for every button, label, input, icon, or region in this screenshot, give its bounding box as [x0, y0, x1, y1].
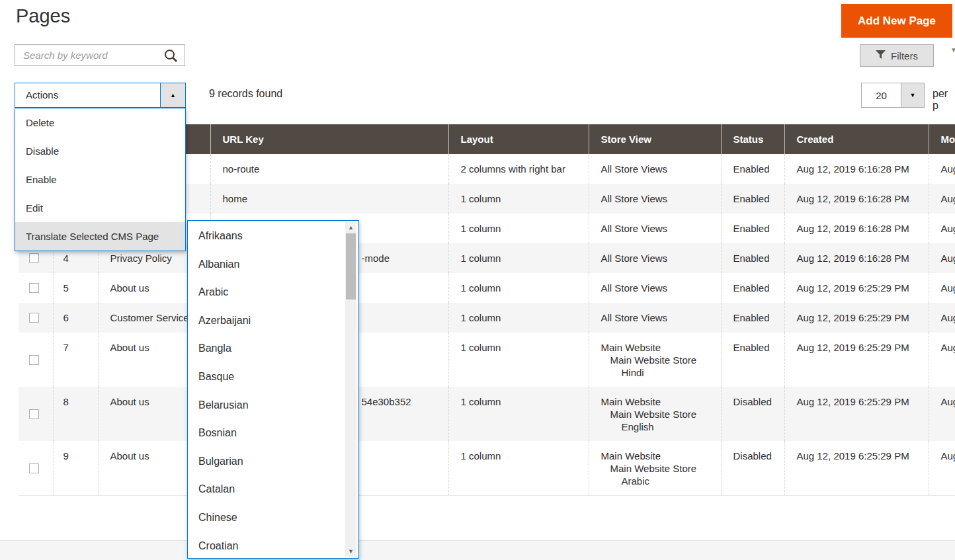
store-view-line: Main Website Store	[601, 354, 714, 366]
store-view-cell: Main WebsiteMain Website StoreEnglish	[589, 387, 721, 441]
store-view-cell: Main WebsiteMain Website StoreArabic	[589, 441, 721, 496]
column-header[interactable]: Mo	[929, 124, 955, 154]
actions-menu-item[interactable]: Enable	[15, 165, 185, 194]
created-cell: Aug 12, 2019 6:16:28 PM	[784, 214, 929, 243]
actions-menu-item[interactable]: Edit	[15, 194, 185, 222]
language-menu-item[interactable]: Chinese	[188, 504, 343, 532]
store-view-cell: Main WebsiteMain Website StoreHindi	[589, 333, 721, 387]
language-menu-item[interactable]: Catalan	[188, 475, 343, 504]
column-header[interactable]: Store View	[589, 124, 721, 154]
column-header[interactable]: Created	[784, 124, 929, 154]
actions-menu-item[interactable]: Delete	[15, 108, 185, 137]
modified-cell: Aug	[929, 273, 955, 303]
checkbox-cell	[19, 441, 53, 496]
row-checkbox[interactable]	[29, 283, 39, 293]
status-cell: Disabled	[721, 387, 784, 441]
row-checkbox[interactable]	[29, 463, 39, 473]
created-cell: Aug 12, 2019 6:16:28 PM	[784, 154, 929, 184]
store-view-cell: All Store Views	[589, 273, 721, 303]
search-icon[interactable]	[163, 48, 178, 63]
language-menu-item[interactable]: Albanian	[188, 251, 343, 279]
table-row: 9About us1 columnMain WebsiteMain Websit…	[19, 441, 955, 496]
created-cell: Aug 12, 2019 6:25:29 PM	[784, 387, 929, 441]
language-scrollbar[interactable]: ▲ ▼	[345, 222, 356, 557]
id-cell: 8	[53, 387, 98, 441]
language-menu-item[interactable]: Arabic	[188, 278, 343, 307]
language-menu-item[interactable]: Azerbaijani	[188, 307, 343, 335]
store-view-line: Main Website	[601, 395, 714, 408]
language-menu-item[interactable]: Afrikaans	[188, 222, 343, 251]
status-cell: Enabled	[721, 214, 784, 243]
scroll-down-icon[interactable]: ▼	[345, 548, 356, 555]
chevron-up-icon[interactable]: ▲	[160, 83, 185, 107]
row-checkbox[interactable]	[29, 253, 39, 263]
modified-cell: Aug	[929, 154, 955, 184]
language-menu-item[interactable]: Bulgarian	[188, 448, 343, 476]
row-checkbox[interactable]	[29, 313, 39, 323]
row-checkbox[interactable]	[29, 409, 39, 419]
store-view-line: All Store Views	[601, 282, 714, 294]
modified-cell: Aug	[929, 184, 955, 214]
column-header[interactable]: URL Key	[210, 124, 448, 154]
layout-cell: 1 column	[448, 441, 589, 496]
modified-cell: Aug	[929, 303, 955, 333]
layout-cell: 1 column	[448, 243, 589, 273]
id-cell: 5	[53, 273, 98, 303]
layout-cell: 1 column	[448, 303, 589, 333]
created-cell: Aug 12, 2019 6:25:29 PM	[784, 333, 929, 387]
created-cell: Aug 12, 2019 6:16:28 PM	[784, 184, 929, 214]
column-header[interactable]: Layout	[448, 124, 589, 154]
store-view-line: Main Website	[601, 450, 714, 462]
filters-button[interactable]: Filters	[860, 44, 934, 67]
layout-cell: 1 column	[448, 387, 589, 441]
layout-cell: 1 column	[448, 273, 589, 303]
store-view-line: Main Website Store	[601, 408, 714, 420]
language-menu-item[interactable]: Croatian	[188, 532, 343, 559]
chevron-down-icon[interactable]: ▼	[901, 83, 924, 107]
checkbox-cell	[19, 333, 53, 387]
checkbox-cell	[19, 303, 53, 333]
column-header[interactable]: Status	[721, 124, 784, 154]
checkbox-cell	[19, 273, 53, 303]
store-view-line: Hindi	[601, 366, 714, 379]
language-menu-item[interactable]: Bangla	[188, 335, 343, 363]
scroll-up-icon[interactable]: ▲	[345, 224, 356, 231]
layout-cell: 1 column	[448, 333, 589, 387]
store-view-line: All Store Views	[601, 311, 714, 324]
row-checkbox[interactable]	[29, 355, 39, 365]
status-cell: Disabled	[721, 441, 784, 496]
per-page-label: per p	[933, 88, 955, 112]
actions-dropdown-label: Actions	[15, 83, 58, 107]
per-page-select[interactable]: 20 ▼	[861, 83, 925, 108]
table-row: 8About us54e30b3521 columnMain WebsiteMa…	[19, 387, 955, 441]
actions-menu-item[interactable]: Translate Selected CMS Page	[15, 222, 185, 251]
language-menu-item[interactable]: Basque	[188, 363, 343, 391]
created-cell: Aug 12, 2019 6:16:28 PM	[784, 243, 929, 273]
language-menu-item[interactable]: Belarusian	[188, 391, 343, 420]
layout-cell: 1 column	[448, 214, 589, 243]
table-row: 7About us1 columnMain WebsiteMain Websit…	[19, 333, 955, 387]
store-view-cell: All Store Views	[589, 243, 721, 273]
per-page-value: 20	[862, 83, 901, 107]
id-cell: 9	[53, 441, 98, 496]
id-cell: 6	[53, 303, 98, 333]
status-cell: Enabled	[721, 303, 784, 333]
language-menu-item[interactable]: Bosnian	[188, 419, 343, 448]
store-view-cell: All Store Views	[589, 184, 721, 214]
layout-cell: 1 column	[448, 184, 589, 214]
actions-menu-item[interactable]: Disable	[15, 137, 185, 165]
view-caret-icon: ▼	[950, 46, 955, 54]
search-box	[15, 44, 185, 66]
status-cell: Enabled	[721, 333, 784, 387]
created-cell: Aug 12, 2019 6:25:29 PM	[784, 441, 929, 496]
store-view-cell: All Store Views	[589, 303, 721, 333]
add-new-page-button[interactable]: Add New Page	[841, 4, 952, 38]
filters-label: Filters	[891, 50, 918, 61]
actions-dropdown[interactable]: Actions ▲	[15, 83, 186, 108]
actions-menu: DeleteDisableEnableEditTranslate Selecte…	[15, 108, 186, 251]
created-cell: Aug 12, 2019 6:25:29 PM	[784, 303, 929, 333]
search-input[interactable]	[15, 45, 151, 65]
created-cell: Aug 12, 2019 6:25:29 PM	[784, 273, 929, 303]
scrollbar-thumb[interactable]	[346, 233, 356, 300]
id-cell: 7	[53, 333, 98, 387]
